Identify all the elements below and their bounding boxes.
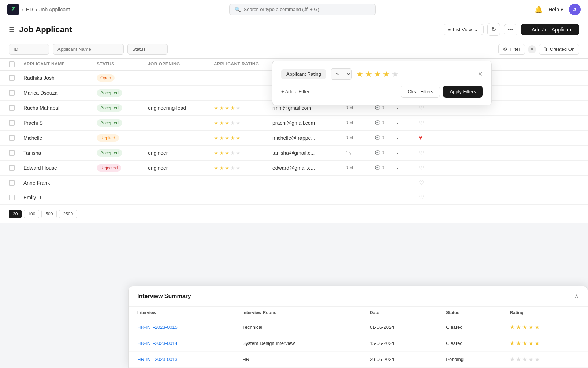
col-header-job: Job Opening xyxy=(148,61,214,67)
comment-cell: 💬 0 xyxy=(375,105,397,110)
email-cell: prachi@gmail.com xyxy=(272,120,346,126)
time-cell: 3 M xyxy=(346,105,375,110)
breadcrumb-job-applicant[interactable]: Job Applicant xyxy=(40,7,70,12)
row-checkbox[interactable] xyxy=(9,75,15,81)
id-filter-input[interactable] xyxy=(9,44,49,55)
applicant-name-filter-input[interactable] xyxy=(53,44,124,55)
applicant-name-cell[interactable]: Edward House xyxy=(23,165,97,171)
like-button[interactable]: ♡ xyxy=(419,180,424,186)
star-icon: ★ xyxy=(214,120,219,126)
page-size-20[interactable]: 20 xyxy=(9,210,22,218)
select-all-checkbox[interactable] xyxy=(9,61,15,67)
row-checkbox[interactable] xyxy=(9,90,15,96)
star-icon: ★ xyxy=(214,135,219,141)
row-checkbox[interactable] xyxy=(9,150,15,156)
row-checkbox[interactable] xyxy=(9,180,15,186)
page-size-500[interactable]: 500 xyxy=(41,210,57,218)
page-size-100[interactable]: 100 xyxy=(24,210,39,218)
page-size-2500[interactable]: 2500 xyxy=(59,210,77,218)
job-opening-cell: engineer xyxy=(148,150,214,156)
like-button[interactable]: ♥ xyxy=(419,135,423,141)
filter-clear-x-button[interactable]: ✕ xyxy=(528,45,536,53)
filter-popup-footer: + Add a Filter Clear Filters Apply Filte… xyxy=(281,86,483,98)
row-checkbox[interactable] xyxy=(9,120,15,126)
filter-operator-select[interactable]: > = < >= <= xyxy=(331,68,352,80)
applicant-name-cell[interactable]: Tanisha xyxy=(23,150,97,156)
rating-stars: ★ ★ ★ ★ ★ xyxy=(214,105,272,111)
applicant-name-cell[interactable]: Rucha Mahabal xyxy=(23,105,97,111)
avatar[interactable]: A xyxy=(569,4,581,15)
star-4[interactable]: ★ xyxy=(383,70,390,79)
search-input[interactable] xyxy=(244,7,370,12)
email-cell: michelle@frappe... xyxy=(272,135,346,141)
status-badge: Rejected xyxy=(97,164,121,172)
sort-icon: ⇅ xyxy=(544,46,548,52)
applicant-name-cell[interactable]: Anne Frank xyxy=(23,180,97,186)
star-icon: ★ xyxy=(214,105,219,111)
checkbox-header xyxy=(9,61,23,67)
table-row: Tanisha Accepted engineer ★ ★ ★ ★ ★ tani… xyxy=(0,146,588,161)
col-header-rating: Applicant Rating xyxy=(214,61,272,67)
list-view-button[interactable]: ≡ List View ⌄ xyxy=(443,24,484,35)
row-checkbox[interactable] xyxy=(9,105,15,111)
time-cell: 3 M xyxy=(346,165,375,170)
applicant-name-cell[interactable]: Marica Dsouza xyxy=(23,90,97,96)
star-icon: ★ xyxy=(225,120,230,126)
count-cell: · xyxy=(397,165,419,171)
help-button[interactable]: Help ▾ xyxy=(548,7,563,12)
sort-created-on-button[interactable]: ⇅ Created On xyxy=(539,44,579,55)
star-icon: ★ xyxy=(230,105,235,111)
like-button[interactable]: ♡ xyxy=(419,120,424,126)
rating-stars: ★ ★ ★ ★ ★ xyxy=(214,135,272,141)
like-button[interactable]: ♡ xyxy=(419,194,424,200)
comment-cell: 💬 0 xyxy=(375,165,397,170)
filter-icon: ⚙ xyxy=(503,46,507,52)
page-title: Job Applicant xyxy=(19,25,72,34)
search-icon: 🔍 xyxy=(235,7,241,12)
app-logo[interactable]: Z xyxy=(7,4,19,15)
more-options-button[interactable]: ••• xyxy=(504,24,517,35)
add-job-applicant-button[interactable]: + Add Job Applicant xyxy=(521,24,579,35)
col-header-name: Applicant Name xyxy=(23,61,97,67)
like-button[interactable]: ♡ xyxy=(419,150,424,156)
status-badge: Accepted xyxy=(97,104,122,112)
count-cell: · xyxy=(397,150,419,156)
breadcrumb: › HR › Job Applicant xyxy=(22,7,70,12)
row-checkbox[interactable] xyxy=(9,165,15,171)
star-icon: ★ xyxy=(230,135,235,141)
breadcrumb-hr[interactable]: HR xyxy=(26,7,33,12)
table-row: Michelle Replied ★ ★ ★ ★ ★ michelle@frap… xyxy=(0,131,588,146)
star-icon: ★ xyxy=(225,165,230,171)
like-button[interactable]: ♡ xyxy=(419,105,424,111)
applicant-name-cell[interactable]: Prachi S xyxy=(23,120,97,126)
like-button[interactable]: ♡ xyxy=(419,165,424,171)
applicant-name-cell[interactable]: Radhika Joshi xyxy=(23,75,97,81)
status-filter-select[interactable]: Status Open Accepted Replied Rejected xyxy=(127,44,168,55)
add-filter-link[interactable]: + Add a Filter xyxy=(281,89,309,94)
nav-right: 🔔 Help ▾ A xyxy=(535,4,581,15)
nav-left: Z › HR › Job Applicant xyxy=(7,4,70,15)
search-box[interactable]: 🔍 xyxy=(229,4,376,15)
star-5[interactable]: ★ xyxy=(391,70,399,79)
filter-right-actions: ⚙ Filter ✕ ⇅ Created On xyxy=(498,44,579,55)
applicant-name-cell[interactable]: Emily D xyxy=(23,195,97,200)
star-icon: ★ xyxy=(230,165,235,171)
rating-stars: ★ ★ ★ ★ ★ xyxy=(214,120,272,126)
filter-button[interactable]: ⚙ Filter xyxy=(498,44,525,55)
refresh-button[interactable]: ↻ xyxy=(487,23,500,36)
star-icon: ★ xyxy=(219,120,224,126)
row-checkbox[interactable] xyxy=(9,195,15,200)
clear-filters-button[interactable]: Clear Filters xyxy=(401,86,440,98)
apply-filters-button[interactable]: Apply Filters xyxy=(443,86,483,98)
star-1[interactable]: ★ xyxy=(356,70,364,79)
filter-stars[interactable]: ★ ★ ★ ★ ★ xyxy=(356,70,399,79)
filter-popup-close-button[interactable]: ✕ xyxy=(478,71,483,78)
row-checkbox[interactable] xyxy=(9,135,15,141)
notification-bell-icon[interactable]: 🔔 xyxy=(535,5,543,14)
list-view-icon: ≡ xyxy=(448,27,451,32)
star-3[interactable]: ★ xyxy=(374,70,381,79)
sidebar-toggle-icon[interactable]: ☰ xyxy=(9,26,15,34)
star-2[interactable]: ★ xyxy=(365,70,372,79)
count-cell: · xyxy=(397,120,419,126)
applicant-name-cell[interactable]: Michelle xyxy=(23,135,97,141)
